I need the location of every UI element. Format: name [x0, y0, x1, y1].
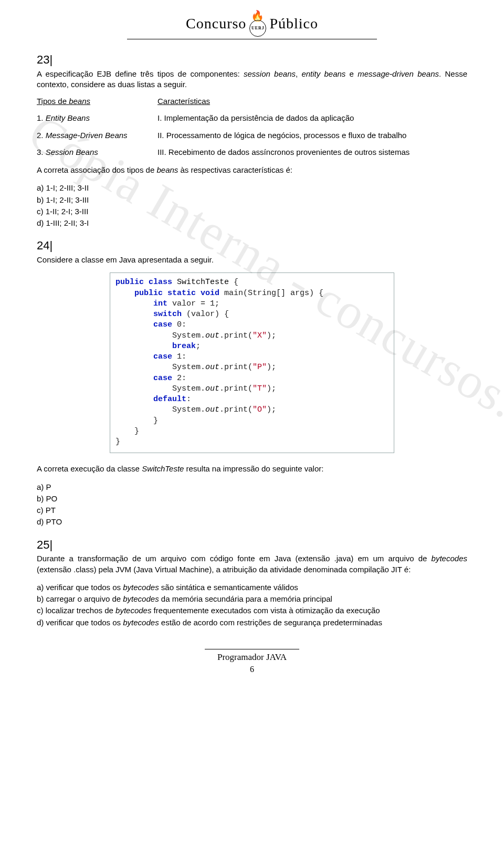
code-var-decl: valor = 1;: [172, 299, 219, 308]
q23-opt-c: c) 1-II; 2-I; 3-III: [37, 206, 467, 217]
q23-intro-b: ,: [296, 69, 301, 78]
page-footer: Programador JAVA 6: [37, 649, 467, 675]
q25-d-post: estão de acordo com restrições de segura…: [159, 618, 382, 627]
code-out-default: "O": [253, 405, 267, 414]
q23-row-1-right: I. Implementação da persistência de dado…: [158, 113, 467, 123]
footer-page-number: 6: [37, 664, 467, 675]
q23-intro-i1: session beans: [244, 69, 296, 78]
footer-rule: [205, 649, 299, 649]
code-switch: (valor) {: [186, 310, 229, 319]
q23-columns-header: Tipos de beans Características: [37, 96, 467, 107]
page-header: Concurso 🔥 UERJ Público: [37, 11, 467, 39]
q24-result-i: SwitchTeste: [142, 464, 184, 473]
q25-d-pre: d) verificar que todos os: [37, 618, 123, 627]
q25-b-i: bytecodes: [123, 594, 159, 603]
q23-r2-li: Message-Driven Beans: [46, 131, 128, 140]
q23-row-3-left: 3. Session Beans: [37, 147, 158, 158]
q25-b-pre: b) carregar o arquivo de: [37, 594, 123, 603]
q25-opt-c: c) localizar trechos de bytecodes freque…: [37, 605, 467, 616]
q23-assoc-b: às respectivas características é:: [178, 165, 292, 174]
q25-d-i: bytecodes: [123, 618, 159, 627]
q23-col-left-head: Tipos de beans: [37, 96, 158, 107]
q23-intro-i2: entity beans: [301, 69, 345, 78]
q24-options: a) P b) PO c) PT d) PTO: [37, 482, 467, 528]
q25-c-i: bytecodes: [116, 606, 151, 615]
q23-row-2-left: 2. Message-Driven Beans: [37, 130, 158, 141]
q24-result: A correta execução da classe SwitchTeste…: [37, 464, 467, 474]
q23-r2-la: 2.: [37, 131, 46, 140]
q24-result-b: resulta na impressão do seguinte valor:: [184, 464, 323, 473]
code-out-2: "T": [253, 384, 267, 393]
q23-intro-i3: message-driven beans: [358, 69, 439, 78]
q23-left-head-i: beans: [69, 97, 90, 106]
code-case-2: 2: [177, 374, 182, 383]
code-case-0: 0: [177, 320, 182, 329]
q25-b-post: da memória secundária para a memória pri…: [159, 594, 332, 603]
uerj-crest-icon: 🔥 UERJ: [249, 11, 266, 37]
q24-opt-b: b) PO: [37, 494, 467, 504]
q24-result-a: A correta execução da classe: [37, 464, 142, 473]
q25-opt-b: b) carregar o arquivo de bytecodes da me…: [37, 594, 467, 604]
page: Cópia Interna - concursos.srh.uerj.br/ C…: [0, 0, 504, 850]
q23-row-1: 1. Entity Beans I. Implementação da pers…: [37, 113, 467, 123]
q23-assoc-i: beans: [156, 165, 178, 174]
code-main-sig: main(String[] args) {: [224, 289, 323, 298]
q23-r3-la: 3.: [37, 148, 46, 156]
q23-row-1-left: 1. Entity Beans: [37, 113, 158, 123]
q24-opt-a: a) P: [37, 482, 467, 492]
q23-r1-la: 1.: [37, 113, 46, 122]
q25-a-pre: a) verificar que todos os: [37, 583, 123, 592]
header-left: Concurso: [186, 14, 246, 34]
footer-title: Programador JAVA: [37, 652, 467, 664]
header-right: Público: [269, 14, 318, 34]
question-23-intro: A especificação EJB define três tipos de…: [37, 69, 467, 90]
code-case-1: 1: [177, 352, 182, 361]
q25-intro-b: (extensão .class) pela JVM (Java Virtual…: [37, 565, 411, 574]
q23-opt-a: a) 1-I; 2-III; 3-II: [37, 183, 467, 193]
question-24-number: 24|: [37, 238, 467, 254]
q24-opt-c: c) PT: [37, 505, 467, 516]
q23-row-3: 3. Session Beans III. Recebimento de dad…: [37, 147, 467, 158]
q23-row-2: 2. Message-Driven Beans II. Processament…: [37, 130, 467, 141]
q23-assoc: A correta associação dos tipos de beans …: [37, 165, 467, 175]
q23-intro-a: A especificação EJB define três tipos de…: [37, 69, 244, 78]
code-class-name: SwitchTeste: [177, 278, 229, 287]
header-rule: [127, 39, 377, 39]
q25-intro-a: Durante a transformação de um arquivo co…: [37, 554, 432, 563]
q25-a-i: bytecodes: [123, 583, 159, 592]
q23-row-2-right: II. Processamento de lógica de negócios,…: [158, 130, 467, 141]
q23-r3-li: Session Beans: [46, 148, 98, 156]
q23-assoc-a: A correta associação dos tipos de: [37, 165, 156, 174]
question-23-number: 23|: [37, 52, 467, 68]
q23-row-3-right: III. Recebimento de dados assíncronos pr…: [158, 147, 467, 158]
q23-opt-d: d) 1-III; 2-II; 3-I: [37, 218, 467, 228]
crest-ring: UERJ: [249, 20, 266, 37]
q25-opt-d: d) verificar que todos os bytecodes estã…: [37, 617, 467, 628]
q25-c-post: frequentemente executados com vista à ot…: [151, 606, 380, 615]
code-out-0: "X": [253, 331, 267, 340]
q23-opt-b: b) 1-I; 2-II; 3-III: [37, 195, 467, 205]
q23-options: a) 1-I; 2-III; 3-II b) 1-I; 2-II; 3-III …: [37, 183, 467, 228]
q25-intro-i1: bytecodes: [432, 554, 467, 563]
code-out-1: "P": [253, 363, 267, 372]
question-24-intro: Considere a classe em Java apresentada a…: [37, 255, 467, 265]
q25-a-post: são sintática e semanticamente válidos: [159, 583, 298, 592]
q24-opt-d: d) PTO: [37, 517, 467, 527]
q23-col-right-head: Características: [158, 96, 467, 107]
torch-icon: 🔥: [251, 11, 265, 21]
q24-code-box: public class SwitchTeste { public static…: [110, 272, 394, 453]
q25-c-pre: c) localizar trechos de: [37, 606, 116, 615]
header-title: Concurso 🔥 UERJ Público: [37, 11, 467, 37]
q25-options: a) verificar que todos os bytecodes são …: [37, 582, 467, 628]
q25-opt-a: a) verificar que todos os bytecodes são …: [37, 582, 467, 593]
q23-intro-c: e: [345, 69, 358, 78]
question-25-number: 25|: [37, 537, 467, 553]
q23-r1-li: Entity Beans: [46, 113, 90, 122]
q23-left-head-a: Tipos de: [37, 97, 69, 106]
question-25-intro: Durante a transformação de um arquivo co…: [37, 553, 467, 575]
